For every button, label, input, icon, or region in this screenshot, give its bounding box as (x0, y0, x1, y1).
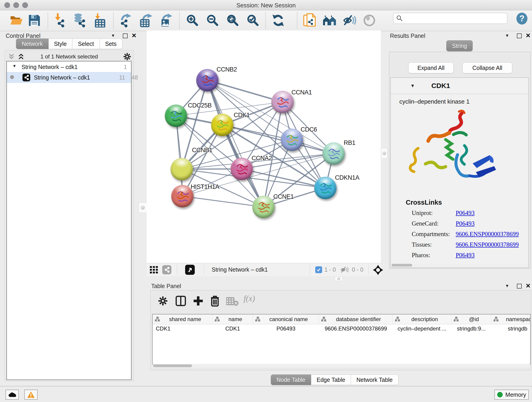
refresh-button[interactable] (271, 13, 285, 28)
gene-section-header[interactable]: ▼ CDK1 (391, 78, 529, 94)
panel-float-icon[interactable] (123, 33, 128, 39)
panel-float-icon[interactable] (517, 284, 522, 289)
panel-collapse-icon[interactable]: ▾ (506, 32, 508, 38)
column-header-database-identifier[interactable]: database identifier (319, 314, 393, 324)
clone-network-button[interactable] (302, 13, 317, 28)
hidden-eye-icon (341, 266, 350, 274)
node-CDC25B[interactable] (165, 104, 187, 127)
help-icon[interactable]: ? (516, 13, 527, 25)
scrollbar-thumb[interactable] (153, 364, 192, 367)
column-header-name[interactable]: name (212, 314, 253, 324)
search-box[interactable] (393, 13, 507, 24)
node-CDK1[interactable] (211, 114, 234, 136)
zoom-out-button[interactable] (205, 13, 220, 28)
panel-collapse-icon[interactable]: ▾ (506, 283, 508, 289)
crosslink-link[interactable]: 9606.ENSP00000378699 (456, 241, 519, 248)
node-CCNB1[interactable] (171, 158, 193, 180)
function-builder-icon[interactable]: f(x) (244, 294, 255, 303)
column-header--id[interactable]: @id (451, 314, 491, 324)
table-row[interactable]: CDK1CDK1P064939606.ENSP00000378699cyclin… (152, 324, 531, 333)
panel-close-icon[interactable]: ✕ (526, 32, 531, 39)
crosslink-link[interactable]: P06493 (456, 252, 475, 259)
cloud-button[interactable] (6, 390, 19, 400)
gene-symbol: CDK1 (431, 82, 450, 89)
node-CCNE1[interactable] (252, 196, 275, 218)
node-HIST1H1A[interactable] (171, 185, 194, 207)
import-network-from-database-button[interactable] (72, 13, 87, 28)
tab-sets[interactable]: Sets (100, 38, 122, 49)
column-header-namespace[interactable]: namespace (491, 314, 531, 324)
table-cell[interactable]: stringdb:9... (451, 324, 491, 333)
panel-close-icon[interactable]: ✕ (132, 32, 137, 39)
table-cell[interactable]: CDK1 (152, 324, 212, 333)
table-cell[interactable]: P06493 (253, 324, 319, 333)
table-cell[interactable]: cyclin–dependent ... (393, 324, 451, 333)
right-splitter-handle[interactable] (381, 148, 387, 159)
birdseye-view-toggle[interactable] (185, 265, 195, 275)
results-hscrollbar[interactable] (392, 264, 528, 267)
tab-style[interactable]: Style (49, 38, 73, 49)
tab-node-table[interactable]: Node Table (271, 375, 311, 385)
network-view-type-icon[interactable] (162, 265, 171, 274)
show-columns-icon[interactable] (175, 295, 186, 306)
open-session-button[interactable] (9, 13, 24, 28)
search-input[interactable] (405, 15, 507, 22)
collapse-all-button[interactable]: Collapse All (462, 62, 512, 73)
zoom-fit-button[interactable] (225, 13, 240, 28)
expand-all-button[interactable]: Expand All (408, 62, 454, 73)
node-CCNA1[interactable] (271, 91, 294, 113)
grid-view-icon[interactable] (150, 266, 158, 274)
selected-checkbox[interactable] (315, 266, 322, 273)
save-session-button[interactable] (27, 13, 42, 28)
delete-column-icon[interactable] (210, 295, 220, 307)
left-splitter-handle[interactable] (139, 202, 147, 213)
network-canvas[interactable]: CCNB2CCNA1CDC25BCDK1CDC6RB1CCNB1CCNA2CDK… (147, 31, 381, 263)
tab-string[interactable]: String (446, 40, 473, 51)
node-CCNA2[interactable] (230, 158, 253, 180)
show-hide-graphics-details-button[interactable] (343, 13, 357, 28)
crosslink-link[interactable]: P06493 (456, 210, 475, 217)
horizontal-splitter-handle[interactable] (335, 276, 343, 281)
column-header-shared-name[interactable]: shared name (152, 314, 212, 324)
crosslink-link[interactable]: P06493 (456, 220, 475, 227)
tab-network[interactable]: Network (16, 38, 49, 49)
table-hscrollbar[interactable] (152, 364, 531, 368)
column-header-canonical-name[interactable]: canonical name (253, 314, 319, 324)
network-collection-label: String Network – cdk1 (22, 64, 78, 70)
houses-icon-button[interactable] (323, 13, 337, 28)
import-table-from-file-button[interactable] (92, 13, 107, 28)
network-collection-row[interactable]: ▼ String Network – cdk1 1 (7, 62, 131, 72)
node-RB1[interactable] (322, 142, 345, 165)
panel-close-icon[interactable]: ✕ (526, 282, 531, 289)
node-CDC6[interactable] (281, 128, 303, 151)
import-network-from-file-button[interactable] (52, 13, 67, 28)
delete-table-icon[interactable] (226, 297, 239, 306)
export-network-button[interactable] (117, 13, 132, 28)
fit-selected-crosshair-icon[interactable] (373, 265, 383, 275)
column-header-description[interactable]: description (393, 314, 451, 324)
node-CCNB2[interactable] (196, 69, 219, 91)
panel-collapse-icon[interactable]: ▾ (112, 32, 114, 38)
tab-edge-table[interactable]: Edge Table (311, 375, 351, 385)
table-cell[interactable]: stringdb (491, 324, 531, 333)
zoom-in-button[interactable] (185, 13, 200, 28)
section-collapse-icon[interactable]: ▼ (410, 83, 415, 89)
network-row-selected[interactable]: String Network – cdk1 11 48 (7, 72, 131, 83)
crosslink-link[interactable]: 9606.ENSP00000378699 (456, 230, 519, 238)
panel-float-icon[interactable] (517, 33, 522, 39)
render-ball-icon[interactable] (362, 13, 377, 28)
table-cell[interactable]: 9606.ENSP00000378699 (319, 324, 393, 333)
warning-button[interactable] (24, 390, 38, 400)
gear-icon[interactable] (123, 52, 131, 61)
zoom-selected-button[interactable] (246, 13, 260, 28)
tab-select[interactable]: Select (72, 38, 99, 49)
export-table-button[interactable] (138, 13, 152, 28)
export-image-button[interactable] (158, 13, 173, 28)
tree-expand-icon[interactable]: ▼ (12, 64, 17, 69)
add-column-icon[interactable] (193, 295, 204, 306)
node-CDKN1A[interactable] (314, 177, 336, 199)
memory-button[interactable]: Memory (494, 390, 529, 400)
tab-network-table[interactable]: Network Table (351, 375, 399, 385)
table-cell[interactable]: CDK1 (212, 324, 253, 333)
gear-icon[interactable] (158, 296, 168, 306)
